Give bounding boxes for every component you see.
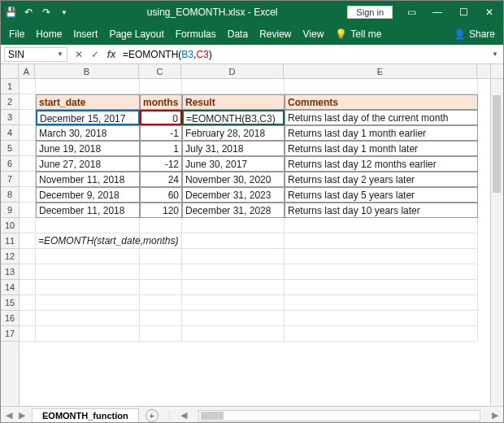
row-header-6[interactable]: 6: [1, 156, 19, 172]
cell-a2[interactable]: [20, 94, 36, 110]
cell-d13[interactable]: [182, 264, 285, 280]
cell-a4[interactable]: [20, 125, 36, 141]
cell-d5[interactable]: July 31, 2018: [182, 141, 285, 156]
cell-d6[interactable]: June 30, 2017: [182, 156, 285, 172]
cell-e16[interactable]: [285, 311, 478, 326]
vscroll-thumb[interactable]: [493, 95, 501, 193]
tab-file[interactable]: File: [9, 28, 24, 40]
share-button[interactable]: 👤 Share: [454, 28, 495, 40]
minimize-icon[interactable]: —: [427, 4, 448, 20]
cell-c6[interactable]: -12: [140, 156, 182, 172]
cell-a17[interactable]: [20, 326, 36, 342]
tab-data[interactable]: Data: [228, 28, 248, 40]
cell-a6[interactable]: [20, 156, 36, 172]
tab-home[interactable]: Home: [36, 28, 62, 40]
hscroll-left-icon[interactable]: ◀: [180, 410, 187, 421]
row-header-9[interactable]: 9: [1, 203, 19, 218]
formula-input[interactable]: =EOMONTH(B3,C3): [119, 49, 492, 60]
col-header-b[interactable]: B: [35, 64, 139, 78]
cell-c15[interactable]: [140, 295, 182, 311]
cell-b9[interactable]: December 11, 2018: [36, 203, 140, 218]
undo-icon[interactable]: ↶: [22, 6, 35, 19]
row-header-12[interactable]: 12: [1, 249, 19, 264]
cell-b12[interactable]: [36, 249, 140, 264]
cell-a9[interactable]: [20, 203, 36, 218]
cell-grid[interactable]: start_date months Result Comments Decemb…: [20, 79, 490, 406]
cell-e17[interactable]: [285, 326, 478, 342]
cell-d4[interactable]: February 28, 2018: [182, 125, 285, 141]
cell-e6[interactable]: Returns last day 12 months earlier: [285, 156, 478, 172]
cell-b16[interactable]: [36, 311, 140, 326]
cell-c5[interactable]: 1: [140, 141, 182, 156]
cell-c8[interactable]: 60: [140, 187, 182, 203]
cell-c10[interactable]: [140, 218, 182, 233]
redo-icon[interactable]: ↷: [40, 6, 53, 19]
row-header-2[interactable]: 2: [1, 94, 19, 110]
cell-b11[interactable]: =EOMONTH(start_date,months): [36, 233, 140, 249]
new-sheet-icon[interactable]: +: [146, 409, 159, 422]
ribbon-options-icon[interactable]: ▭: [401, 4, 422, 20]
sheet-nav-next-icon[interactable]: ▶: [19, 410, 25, 421]
tell-me[interactable]: 💡 Tell me: [335, 28, 381, 40]
row-header-10[interactable]: 10: [1, 218, 19, 233]
cell-c4[interactable]: -1: [140, 125, 182, 141]
cell-b5[interactable]: June 19, 2018: [36, 141, 140, 156]
cell-d1[interactable]: [182, 79, 285, 94]
row-header-13[interactable]: 13: [1, 264, 19, 280]
cell-a15[interactable]: [20, 295, 36, 311]
cell-d11[interactable]: [182, 233, 285, 249]
cell-e13[interactable]: [285, 264, 478, 280]
cell-c7[interactable]: 24: [140, 172, 182, 187]
enter-formula-icon[interactable]: ✓: [87, 49, 103, 60]
tab-formulas[interactable]: Formulas: [176, 28, 216, 40]
row-header-1[interactable]: 1: [1, 79, 19, 94]
col-header-e[interactable]: E: [284, 64, 477, 78]
cell-b6[interactable]: June 27, 2018: [36, 156, 140, 172]
cell-c14[interactable]: [140, 280, 182, 295]
name-box[interactable]: SIN ▼: [4, 47, 67, 62]
cell-b15[interactable]: [36, 295, 140, 311]
cell-b7[interactable]: November 11, 2018: [36, 172, 140, 187]
qat-dropdown-icon[interactable]: ▼: [58, 6, 71, 19]
row-header-11[interactable]: 11: [1, 233, 19, 249]
row-header-7[interactable]: 7: [1, 172, 19, 187]
row-header-17[interactable]: 17: [1, 326, 19, 342]
cell-a12[interactable]: [20, 249, 36, 264]
tab-insert[interactable]: Insert: [73, 28, 98, 40]
cell-e4[interactable]: Returns last day 1 month earlier: [285, 125, 478, 141]
col-header-d[interactable]: D: [181, 64, 284, 78]
row-header-4[interactable]: 4: [1, 125, 19, 141]
cell-e1[interactable]: [285, 79, 478, 94]
cell-e14[interactable]: [285, 280, 478, 295]
vertical-scrollbar[interactable]: [490, 79, 503, 406]
row-header-3[interactable]: 3: [1, 110, 19, 125]
cell-a1[interactable]: [20, 79, 36, 94]
row-header-8[interactable]: 8: [1, 187, 19, 203]
cell-d14[interactable]: [182, 280, 285, 295]
cell-a10[interactable]: [20, 218, 36, 233]
cell-d3[interactable]: =EOMONTH(B3,C3): [182, 110, 285, 125]
cell-d9[interactable]: December 31, 2028: [182, 203, 285, 218]
sign-in-button[interactable]: Sign in: [347, 6, 393, 19]
cell-c13[interactable]: [140, 264, 182, 280]
name-box-dropdown-icon[interactable]: ▼: [57, 50, 63, 58]
cell-b17[interactable]: [36, 326, 140, 342]
cell-d2[interactable]: Result: [182, 94, 285, 110]
cell-a14[interactable]: [20, 280, 36, 295]
cell-c2[interactable]: months: [140, 94, 182, 110]
cell-a13[interactable]: [20, 264, 36, 280]
horizontal-scrollbar[interactable]: [198, 410, 480, 421]
col-header-c[interactable]: C: [139, 64, 181, 78]
save-icon[interactable]: 💾: [4, 6, 17, 19]
cell-d8[interactable]: December 31, 2023: [182, 187, 285, 203]
formula-expand-icon[interactable]: ▼: [492, 50, 498, 58]
select-all-corner[interactable]: [1, 64, 19, 79]
row-header-15[interactable]: 15: [1, 295, 19, 311]
cell-e2[interactable]: Comments: [285, 94, 478, 110]
row-header-5[interactable]: 5: [1, 141, 19, 156]
cell-c3[interactable]: 0: [140, 110, 182, 125]
cell-d17[interactable]: [182, 326, 285, 342]
cancel-formula-icon[interactable]: ✕: [71, 49, 87, 60]
cell-b13[interactable]: [36, 264, 140, 280]
cell-a11[interactable]: [20, 233, 36, 249]
